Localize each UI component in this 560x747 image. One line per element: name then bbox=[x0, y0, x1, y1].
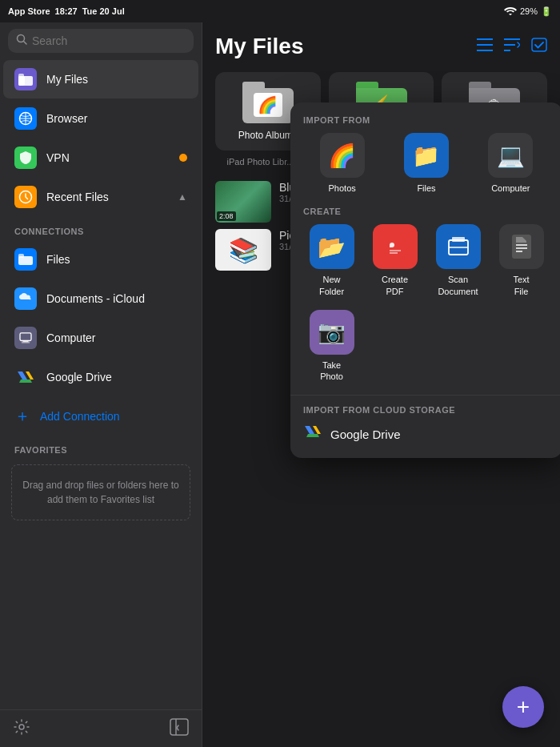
battery-icon: 🔋 bbox=[541, 6, 552, 17]
import-computer-label: Computer bbox=[491, 183, 530, 194]
import-files-label: Files bbox=[417, 183, 435, 194]
sidebar-item-my-files[interactable]: My Files bbox=[3, 60, 198, 98]
add-connection-button[interactable]: ＋ Add Connection bbox=[3, 397, 198, 435]
svg-rect-11 bbox=[23, 341, 29, 343]
sidebar-item-browser[interactable]: Browser bbox=[3, 99, 198, 138]
svg-rect-22 bbox=[532, 38, 546, 51]
sidebar-item-documents-icloud[interactable]: Documents - iCloud bbox=[3, 279, 198, 318]
book-emoji: 📚 bbox=[229, 236, 258, 264]
computer-icon bbox=[14, 327, 37, 349]
favorites-section: Drag and drop files or folders here to a… bbox=[0, 458, 202, 527]
new-folder-icon: 📂 bbox=[310, 224, 354, 269]
google-drive-cloud-icon bbox=[303, 423, 322, 445]
app-store-label: App Store bbox=[8, 6, 50, 16]
main-content: My Files 🌈 Photo Albums bbox=[202, 22, 560, 747]
settings-icon[interactable] bbox=[13, 718, 30, 739]
import-files-item[interactable]: 📁 Files bbox=[387, 133, 465, 194]
action-dropdown: IMPORT FROM 🌈 Photos 📁 Files 💻 bbox=[290, 102, 560, 458]
favorites-section-label: FAVORITES bbox=[0, 436, 202, 458]
search-input[interactable] bbox=[32, 34, 186, 47]
sidebar-toggle-icon[interactable] bbox=[170, 718, 189, 739]
recent-files-chevron: ▲ bbox=[178, 191, 187, 203]
fab-icon: + bbox=[517, 694, 530, 720]
scan-document-icon bbox=[436, 224, 481, 269]
dropdown-divider bbox=[290, 395, 560, 396]
sidebar-item-computer[interactable]: Computer bbox=[3, 319, 198, 357]
vpn-icon bbox=[14, 147, 37, 169]
photo-albums-name: Photo Albums bbox=[238, 130, 298, 141]
google-drive-label: Google Drive bbox=[46, 371, 187, 384]
browser-label: Browser bbox=[46, 112, 187, 125]
sidebar-item-files[interactable]: Files bbox=[3, 240, 198, 279]
status-left: App Store 18:27 Tue 20 Jul bbox=[8, 6, 125, 16]
google-drive-cloud-item[interactable]: Google Drive bbox=[303, 423, 550, 445]
recent-files-icon bbox=[14, 186, 37, 208]
create-pdf-label: CreatePDF bbox=[382, 274, 408, 297]
documents-icloud-icon bbox=[14, 287, 37, 310]
add-connection-icon: ＋ bbox=[14, 405, 30, 427]
take-photo-label: TakePhoto bbox=[320, 359, 343, 383]
bluegrass-thumbnail: 2:08 bbox=[215, 181, 271, 223]
vpn-label: VPN bbox=[46, 151, 170, 164]
import-computer-icon: 💻 bbox=[488, 133, 533, 178]
create-grid: 📂 NewFolder CreatePDF ScanDocument bbox=[303, 224, 550, 297]
documents-icloud-label: Documents - iCloud bbox=[46, 292, 187, 305]
svg-line-1 bbox=[24, 42, 27, 45]
sidebar-item-google-drive[interactable]: Google Drive bbox=[3, 358, 198, 396]
header-actions bbox=[477, 38, 547, 56]
svg-point-13 bbox=[19, 725, 24, 729]
vpn-badge bbox=[179, 154, 187, 162]
svg-rect-10 bbox=[20, 333, 31, 341]
google-drive-icon bbox=[14, 366, 37, 388]
import-photos-item[interactable]: 🌈 Photos bbox=[303, 133, 381, 194]
status-bar: App Store 18:27 Tue 20 Jul 29% 🔋 bbox=[0, 0, 560, 22]
import-photos-icon: 🌈 bbox=[320, 133, 365, 178]
files-label: Files bbox=[46, 253, 187, 266]
files-icon bbox=[14, 248, 37, 271]
google-drive-cloud-label: Google Drive bbox=[330, 428, 401, 441]
favorites-drop-zone[interactable]: Drag and drop files or folders here to a… bbox=[11, 464, 190, 520]
browser-icon bbox=[14, 107, 37, 130]
create-pdf-item[interactable]: CreatePDF bbox=[366, 224, 423, 297]
select-all-icon[interactable] bbox=[531, 38, 547, 56]
take-photo-item[interactable]: 📷 TakePhoto bbox=[303, 310, 360, 383]
sidebar-nav: My Files Browser VPN Recent Files ▲ C bbox=[0, 59, 202, 709]
computer-label: Computer bbox=[46, 331, 187, 344]
favorites-hint: Drag and drop files or folders here to a… bbox=[22, 480, 178, 505]
connections-section-label: CONNECTIONS bbox=[0, 217, 202, 239]
text-file-label: TextFile bbox=[513, 274, 529, 297]
my-files-label: My Files bbox=[46, 73, 187, 86]
photo-albums-folder-icon: 🌈 bbox=[242, 82, 294, 123]
create-pdf-icon bbox=[373, 224, 418, 269]
time-label: 18:27 bbox=[55, 6, 78, 16]
fab-button[interactable]: + bbox=[502, 686, 544, 728]
import-photos-label: Photos bbox=[329, 183, 356, 194]
list-view-icon[interactable] bbox=[477, 38, 493, 56]
picture-thumbnail: 📚 bbox=[215, 229, 271, 271]
sidebar-item-recent-files[interactable]: Recent Files ▲ bbox=[3, 178, 198, 216]
search-bar[interactable] bbox=[8, 29, 194, 53]
svg-rect-9 bbox=[18, 254, 24, 258]
scan-document-item[interactable]: ScanDocument bbox=[430, 224, 486, 297]
import-computer-item[interactable]: 💻 Computer bbox=[472, 133, 550, 194]
svg-rect-27 bbox=[452, 237, 465, 242]
scan-document-label: ScanDocument bbox=[438, 274, 478, 297]
text-file-item[interactable]: TextFile bbox=[493, 224, 550, 297]
create-new-folder-item[interactable]: 📂 NewFolder bbox=[303, 224, 360, 297]
svg-rect-14 bbox=[170, 719, 188, 735]
recent-files-label: Recent Files bbox=[46, 191, 168, 203]
text-file-icon bbox=[499, 224, 544, 269]
sidebar-item-vpn[interactable]: VPN bbox=[3, 139, 198, 177]
take-photo-icon: 📷 bbox=[310, 310, 354, 355]
sort-icon[interactable] bbox=[504, 38, 520, 56]
import-files-icon: 📁 bbox=[404, 133, 449, 178]
new-folder-label: NewFolder bbox=[319, 274, 344, 297]
create-grid-2: 📷 TakePhoto bbox=[303, 310, 550, 383]
wifi-icon bbox=[504, 6, 517, 17]
create-label: CREATE bbox=[303, 207, 550, 216]
sidebar-bottom bbox=[0, 709, 202, 747]
svg-rect-12 bbox=[22, 342, 30, 343]
import-from-grid: 🌈 Photos 📁 Files 💻 Computer bbox=[303, 133, 550, 194]
my-files-icon bbox=[14, 68, 37, 90]
cloud-storage-label: IMPORT FROM CLOUD STORAGE bbox=[303, 405, 550, 415]
